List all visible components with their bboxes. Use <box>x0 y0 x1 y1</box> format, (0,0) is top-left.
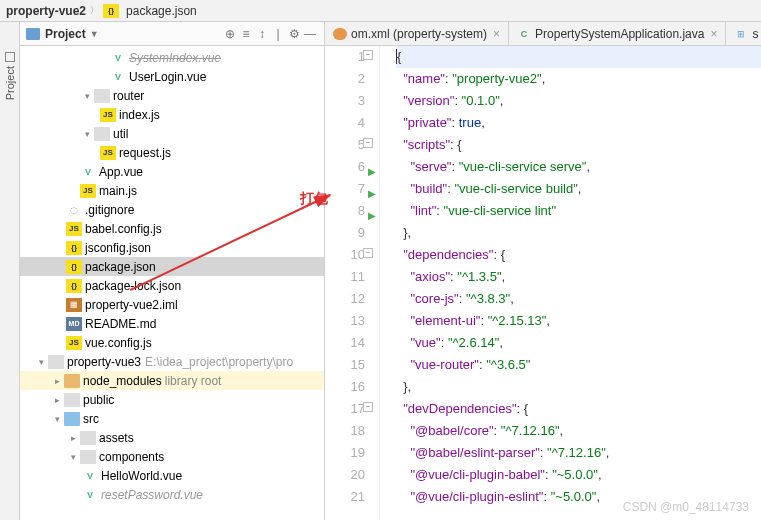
tree-item-label: App.vue <box>99 165 143 179</box>
tab-label: om.xml (property-system) <box>351 27 487 41</box>
project-tool-icon[interactable] <box>5 52 15 62</box>
run-icon[interactable]: ▶ <box>368 205 376 227</box>
tree-item-label: public <box>83 393 114 407</box>
expand-icon[interactable]: ≡ <box>238 27 254 41</box>
code-line[interactable]: "element-ui": "^2.15.13", <box>396 310 761 332</box>
tree-item-label: src <box>83 412 99 426</box>
chevron-down-icon[interactable]: ▾ <box>34 357 48 367</box>
line-number: 18 <box>325 420 365 442</box>
gear-icon[interactable]: ⚙ <box>286 27 302 41</box>
project-tool-label[interactable]: Project <box>4 66 16 100</box>
chevron-down-icon[interactable]: ▾ <box>66 452 80 462</box>
minimize-icon[interactable]: — <box>302 27 318 41</box>
chevron-down-icon[interactable]: ▾ <box>80 129 94 139</box>
dropdown-icon[interactable]: ▼ <box>90 29 99 39</box>
tree-item[interactable]: VHelloWorld.vue <box>20 466 324 485</box>
tree-item[interactable]: VresetPassword.vue <box>20 485 324 504</box>
tree-item[interactable]: MDREADME.md <box>20 314 324 333</box>
fold-icon[interactable]: − <box>363 50 373 60</box>
code-line[interactable]: "version": "0.1.0", <box>396 90 761 112</box>
tree-item-label: vue.config.js <box>85 336 152 350</box>
tree-item-label: README.md <box>85 317 156 331</box>
fold-icon[interactable]: − <box>363 402 373 412</box>
js-icon: JS <box>100 146 116 160</box>
run-icon[interactable]: ▶ <box>368 161 376 183</box>
code-line[interactable]: "core-js": "^3.8.3", <box>396 288 761 310</box>
line-number: 17− <box>325 398 365 420</box>
java-file-icon: C <box>517 28 531 40</box>
tree-item-label: assets <box>99 431 134 445</box>
tree-item[interactable]: ▾router <box>20 86 324 105</box>
chevron-down-icon[interactable]: ▾ <box>80 91 94 101</box>
json-icon: {} <box>66 260 82 274</box>
tree-item-label: resetPassword.vue <box>101 488 203 502</box>
tree-item[interactable]: ▾property-vue3E:\idea_project\property\p… <box>20 352 324 371</box>
tree-item-label: util <box>113 127 128 141</box>
tree-item-label: property-vue3 <box>67 355 141 369</box>
breadcrumb-file[interactable]: package.json <box>122 4 201 18</box>
js-icon: JS <box>66 222 82 236</box>
code-line[interactable]: "devDependencies": { <box>396 398 761 420</box>
tree-item[interactable]: ▾util <box>20 124 324 143</box>
close-icon[interactable]: × <box>710 27 717 41</box>
vue-icon: V <box>110 70 126 84</box>
annotation-arrow <box>130 180 340 300</box>
md-icon: MD <box>66 317 82 331</box>
code-line[interactable]: "dependencies": { <box>396 244 761 266</box>
breadcrumb-project[interactable]: property-vue2 <box>6 4 86 18</box>
chevron-right-icon[interactable]: ▸ <box>50 395 64 405</box>
code-line[interactable]: "name": "property-vue2", <box>396 68 761 90</box>
close-icon[interactable]: × <box>493 27 500 41</box>
code-line[interactable]: "vue": "^2.6.14", <box>396 332 761 354</box>
folder-icon <box>80 431 96 445</box>
code-area[interactable]: { "name": "property-vue2", "version": "0… <box>380 46 761 520</box>
tree-item-label: router <box>113 89 144 103</box>
code-line[interactable]: }, <box>396 222 761 244</box>
code-line[interactable]: "serve": "vue-cli-service serve", <box>396 156 761 178</box>
tree-item[interactable]: ▸node_moduleslibrary root <box>20 371 324 390</box>
vue-icon: V <box>82 469 98 483</box>
tree-item[interactable]: VApp.vue <box>20 162 324 181</box>
code-line[interactable]: }, <box>396 376 761 398</box>
code-line[interactable]: "@vue/cli-plugin-babel": "~5.0.0", <box>396 464 761 486</box>
chevron-down-icon[interactable]: ▾ <box>50 414 64 424</box>
tree-item[interactable]: ▸assets <box>20 428 324 447</box>
fold-icon[interactable]: − <box>363 248 373 258</box>
tree-item[interactable]: JSindex.js <box>20 105 324 124</box>
line-number: 6▶ <box>325 156 365 178</box>
tree-item[interactable]: VSystemIndex.vue <box>20 48 324 67</box>
tree-item[interactable]: ▸public <box>20 390 324 409</box>
sidebar-title[interactable]: Project <box>45 27 86 41</box>
code-line[interactable]: "vue-router": "^3.6.5" <box>396 354 761 376</box>
editor-tab[interactable]: CPropertySystemApplication.java× <box>509 22 726 45</box>
fold-icon[interactable]: − <box>363 138 373 148</box>
tree-item[interactable]: ▾components <box>20 447 324 466</box>
watermark: CSDN @m0_48114733 <box>623 500 749 514</box>
code-line[interactable]: "build": "vue-cli-service build", <box>396 178 761 200</box>
sort-icon[interactable]: ↕ <box>254 27 270 41</box>
editor-tab[interactable]: ⊞s <box>726 22 761 45</box>
editor-panel: om.xml (property-system)×CPropertySystem… <box>325 22 761 520</box>
tree-item-label: UserLogin.vue <box>129 70 206 84</box>
tree-item[interactable]: JSrequest.js <box>20 143 324 162</box>
chevron-right-icon: 〉 <box>86 4 103 17</box>
chevron-right-icon[interactable]: ▸ <box>50 376 64 386</box>
code-line[interactable]: "private": true, <box>396 112 761 134</box>
code-line[interactable]: "@babel/eslint-parser": "^7.12.16", <box>396 442 761 464</box>
chevron-right-icon[interactable]: ▸ <box>66 433 80 443</box>
project-icon <box>26 28 40 40</box>
tree-item[interactable]: ▾src <box>20 409 324 428</box>
run-icon[interactable]: ▶ <box>368 183 376 205</box>
code-line[interactable]: "@babel/core": "^7.12.16", <box>396 420 761 442</box>
code-line[interactable]: { <box>396 46 761 68</box>
json-icon: {} <box>66 241 82 255</box>
divider: | <box>270 27 286 41</box>
tree-item[interactable]: JSvue.config.js <box>20 333 324 352</box>
code-line[interactable]: "lint": "vue-cli-service lint" <box>396 200 761 222</box>
target-icon[interactable]: ⊕ <box>222 27 238 41</box>
editor-tab[interactable]: om.xml (property-system)× <box>325 22 509 45</box>
tree-item[interactable]: VUserLogin.vue <box>20 67 324 86</box>
tab-label: s <box>752 27 758 41</box>
code-line[interactable]: "axios": "^1.3.5", <box>396 266 761 288</box>
code-line[interactable]: "scripts": { <box>396 134 761 156</box>
